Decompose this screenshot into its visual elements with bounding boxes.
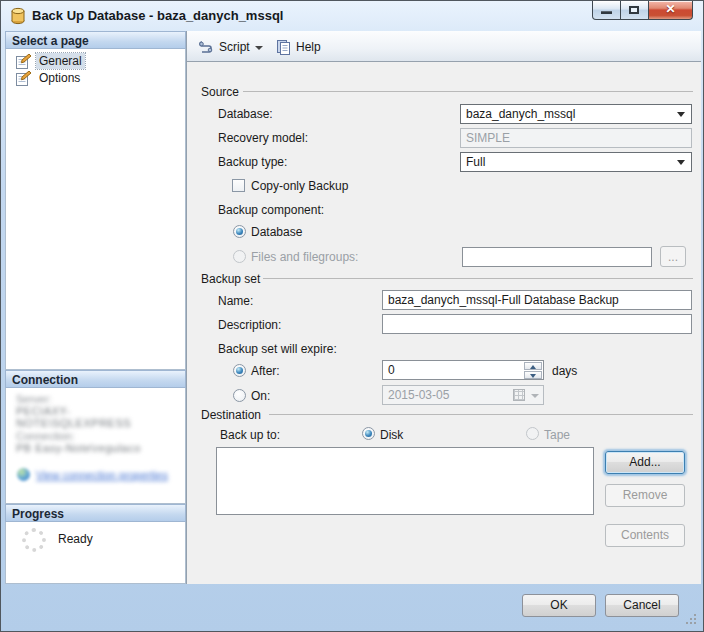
remove-button: Remove bbox=[605, 484, 685, 507]
group-divider bbox=[263, 278, 693, 279]
page-icon bbox=[16, 71, 32, 86]
progress-spinner-icon bbox=[22, 528, 46, 552]
backup-type-combobox[interactable]: Full bbox=[460, 152, 692, 172]
copy-only-backup-checkbox[interactable] bbox=[232, 179, 245, 192]
days-label: days bbox=[552, 364, 577, 378]
chevron-down-icon bbox=[677, 160, 685, 165]
group-divider bbox=[243, 91, 693, 92]
add-button[interactable]: Add... bbox=[605, 451, 685, 474]
group-divider bbox=[269, 414, 693, 415]
description-input[interactable] bbox=[382, 314, 692, 334]
spinner-buttons bbox=[524, 362, 542, 378]
resize-grip[interactable] bbox=[686, 614, 696, 624]
page-icon bbox=[16, 54, 32, 69]
connection-value: PB Easy-Note\regulaco bbox=[16, 442, 141, 454]
progress-status: Ready bbox=[58, 532, 93, 546]
script-label: Script bbox=[219, 40, 250, 54]
general-page-content: Source Database: baza_danych_mssql Recov… bbox=[186, 62, 701, 584]
progress-header: Progress bbox=[5, 504, 186, 522]
close-button[interactable]: ✕ bbox=[648, 1, 693, 20]
minimize-icon bbox=[601, 11, 612, 14]
name-input[interactable]: baza_danych_mssql-Full Database Backup bbox=[382, 290, 692, 310]
select-a-page-panel: General Options bbox=[5, 49, 186, 370]
connection-panel: Server: PECIAXY-NOTE\SQLEXPRESS Connecti… bbox=[5, 388, 186, 504]
calendar-icon bbox=[513, 389, 525, 401]
cancel-button[interactable]: Cancel bbox=[605, 594, 679, 617]
connection-label: Connection: bbox=[16, 430, 75, 442]
connection-properties-icon bbox=[17, 468, 30, 481]
destination-group-label: Destination bbox=[201, 408, 261, 422]
name-label: Name: bbox=[218, 294, 253, 308]
recovery-model-field: SIMPLE bbox=[460, 128, 692, 148]
arrow-up-icon bbox=[530, 365, 536, 369]
contents-button: Contents bbox=[605, 524, 685, 547]
window-title: Back Up Database - baza_danych_mssql bbox=[32, 8, 283, 23]
database-combobox-value: baza_danych_mssql bbox=[466, 107, 575, 121]
expire-after-spinner[interactable]: 0 bbox=[382, 360, 544, 380]
source-group-label: Source bbox=[201, 85, 239, 99]
spin-up-button[interactable] bbox=[524, 362, 542, 370]
expire-after-label[interactable]: After: bbox=[251, 364, 280, 378]
minimize-button[interactable] bbox=[592, 1, 621, 20]
sidebar-item-options[interactable]: Options bbox=[16, 70, 83, 86]
component-database-label[interactable]: Database bbox=[251, 225, 302, 239]
help-icon bbox=[275, 39, 291, 55]
toolbar: Script Help bbox=[186, 31, 701, 62]
destination-listbox[interactable] bbox=[216, 447, 594, 515]
ok-button[interactable]: OK bbox=[522, 594, 596, 617]
script-button[interactable]: Script bbox=[192, 35, 269, 58]
recovery-model-value: SIMPLE bbox=[466, 131, 510, 145]
files-filegroups-field bbox=[462, 247, 652, 267]
expire-on-datepicker: 2015-03-05 bbox=[382, 385, 544, 405]
caption-buttons: ✕ bbox=[592, 1, 693, 20]
server-value: PECIAXY-NOTE\SQLEXPRESS bbox=[16, 405, 185, 429]
help-button[interactable]: Help bbox=[269, 35, 327, 58]
destination-tape-label: Tape bbox=[544, 428, 570, 442]
view-connection-properties-link[interactable]: View connection properties bbox=[36, 469, 168, 481]
server-label: Server: bbox=[16, 393, 51, 405]
sidebar-item-general[interactable]: General bbox=[16, 53, 85, 69]
expire-on-radio[interactable] bbox=[233, 389, 246, 402]
spin-down-button[interactable] bbox=[524, 371, 542, 379]
close-icon: ✕ bbox=[649, 2, 692, 16]
backup-type-label: Backup type: bbox=[218, 155, 287, 169]
destination-tape-radio bbox=[526, 427, 539, 440]
component-database-radio[interactable] bbox=[233, 225, 246, 238]
browse-button: ... bbox=[660, 246, 686, 267]
connection-header: Connection bbox=[5, 370, 186, 388]
back-up-to-label: Back up to: bbox=[220, 428, 280, 442]
script-icon bbox=[198, 39, 214, 55]
description-label: Description: bbox=[218, 318, 281, 332]
progress-panel: Ready bbox=[5, 522, 186, 584]
backup-set-group-label: Backup set bbox=[201, 272, 260, 286]
component-files-label: Files and filegroups: bbox=[251, 250, 358, 264]
maximize-button[interactable] bbox=[621, 1, 648, 20]
backup-type-combobox-value: Full bbox=[466, 155, 485, 169]
destination-disk-radio[interactable] bbox=[362, 427, 375, 440]
arrow-down-icon bbox=[530, 374, 536, 378]
expire-after-value: 0 bbox=[388, 363, 395, 377]
database-combobox[interactable]: baza_danych_mssql bbox=[460, 104, 692, 124]
maximize-icon bbox=[629, 6, 639, 14]
dialog-window: Back Up Database - baza_danych_mssql ✕ S… bbox=[0, 0, 704, 632]
backup-expire-label: Backup set will expire: bbox=[218, 342, 337, 356]
database-label: Database: bbox=[218, 107, 273, 121]
select-a-page-header: Select a page bbox=[5, 31, 186, 49]
expire-on-label[interactable]: On: bbox=[251, 389, 270, 403]
component-files-radio bbox=[233, 250, 246, 263]
chevron-down-icon bbox=[677, 112, 685, 117]
help-label: Help bbox=[296, 40, 321, 54]
recovery-model-label: Recovery model: bbox=[218, 131, 308, 145]
sidebar-item-label: General bbox=[36, 53, 85, 69]
backup-component-label: Backup component: bbox=[218, 203, 324, 217]
destination-disk-label[interactable]: Disk bbox=[380, 428, 403, 442]
name-input-value: baza_danych_mssql-Full Database Backup bbox=[388, 293, 619, 307]
chevron-down-icon bbox=[531, 394, 539, 398]
database-icon bbox=[10, 7, 26, 25]
expire-on-value: 2015-03-05 bbox=[388, 388, 449, 402]
expire-after-radio[interactable] bbox=[233, 364, 246, 377]
chevron-down-icon[interactable] bbox=[255, 46, 263, 50]
copy-only-backup-label[interactable]: Copy-only Backup bbox=[251, 179, 348, 193]
sidebar-item-label: Options bbox=[36, 70, 83, 86]
